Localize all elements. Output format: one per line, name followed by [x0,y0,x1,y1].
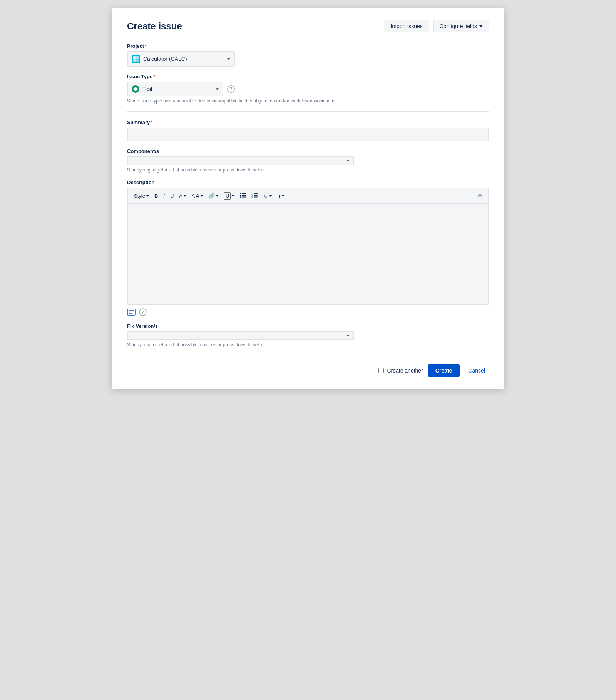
project-value: Calculator (CALC) [143,56,224,62]
svg-text:?: ? [141,310,144,315]
svg-rect-3 [133,59,136,62]
svg-point-9 [240,195,241,196]
toolbar-underline-button[interactable]: U [168,191,176,200]
toolbar-unordered-list-button[interactable] [238,191,248,201]
svg-point-6 [134,87,137,91]
svg-point-7 [240,193,241,194]
create-another-wrapper: Create another [378,368,423,374]
svg-text:3.: 3. [251,196,253,198]
svg-rect-4 [136,59,139,62]
toolbar-format-button[interactable]: U [222,191,237,201]
issue-type-label: Issue Type* [127,74,489,79]
svg-rect-0 [132,55,140,63]
svg-rect-1 [133,56,136,59]
components-select[interactable] [127,156,354,165]
modal-header: Create issue Import issues Configure fie… [127,20,489,32]
cancel-button[interactable]: Cancel [464,364,489,377]
description-text-icon[interactable] [127,308,136,316]
format-chevron-icon [231,195,234,197]
toolbar-color-button[interactable]: A [177,191,189,200]
project-label: Project* [127,43,489,49]
summary-input[interactable] [127,128,489,141]
unordered-list-icon [240,193,246,199]
svg-rect-8 [242,193,246,194]
create-issue-modal: Create issue Import issues Configure fie… [112,8,504,389]
issue-type-field-group: Issue Type* Test ? Some issue types are … [127,74,489,104]
form-footer: Create another Create Cancel [127,358,489,377]
style-chevron-icon [146,195,149,197]
divider [127,111,489,112]
project-select[interactable]: Calculator (CALC) [127,51,235,67]
toolbar-style-label: Style [134,193,145,199]
import-issues-button[interactable]: Import issues [384,20,429,32]
issue-type-value: Test [142,86,213,92]
create-button[interactable]: Create [428,364,460,377]
description-help-icon[interactable]: ? [139,308,147,316]
project-icon [132,55,140,63]
toolbar-text-size-button[interactable]: AA [189,191,206,201]
toolbar-text-size-large: A [196,193,199,199]
project-field-group: Project* Calculator (CALC) [127,43,489,67]
components-field-group: Component/s Start typing to get a list o… [127,148,489,173]
page-title: Create issue [127,21,182,32]
issue-type-wrapper: Test ? [127,82,235,96]
issue-type-hint: Some issue types are unavailable due to … [127,98,489,104]
toolbar-bold-button[interactable]: B [152,191,160,200]
issue-type-caret-icon [216,88,219,90]
description-label: Description [127,180,489,185]
svg-rect-14 [254,193,258,194]
toolbar-collapse-button[interactable] [476,191,484,200]
chevron-down-icon [479,25,482,27]
color-chevron-icon [183,195,186,197]
project-required-star: * [145,43,147,49]
toolbar-format-icon: U [224,192,231,200]
summary-required-star: * [151,119,152,125]
svg-point-11 [240,196,241,198]
create-another-checkbox[interactable] [378,368,384,373]
plus-chevron-icon [281,195,285,197]
issue-type-required-star: * [153,74,155,79]
plus-icon: + [278,193,281,199]
emoji-chevron-icon [269,195,272,197]
fix-versions-caret-icon [346,335,350,337]
description-footer: ? [127,308,489,316]
description-field-group: Description Style B I U [127,180,489,316]
svg-rect-10 [242,195,246,196]
toolbar-color-label: A [179,193,182,199]
components-caret-icon [346,160,350,162]
configure-fields-button[interactable]: Configure fields [433,20,489,32]
project-caret-icon [227,58,230,60]
issue-type-icon [132,85,139,93]
editor-toolbar: Style B I U A AA [128,188,488,204]
editor-outer: Style B I U A AA [127,188,489,305]
fix-versions-label: Fix Version/s [127,323,489,329]
description-editor-body[interactable] [128,204,488,304]
fix-versions-hint: Start typing to get a list of possible m… [127,342,489,347]
svg-rect-16 [254,195,258,196]
svg-rect-2 [136,56,139,59]
create-another-label[interactable]: Create another [387,368,423,374]
text-size-chevron-icon [200,195,203,197]
link-chevron-icon [216,195,219,197]
components-hint: Start typing to get a list of possible m… [127,167,489,173]
editor-wrapper: Style B I U A AA [127,188,489,305]
toolbar-emoji-button[interactable]: ☺ [261,191,274,200]
toolbar-style-button[interactable]: Style [132,191,151,200]
emoji-icon: ☺ [263,193,268,199]
issue-type-select[interactable]: Test [127,82,223,96]
configure-fields-label: Configure fields [440,23,477,29]
header-buttons: Import issues Configure fields [384,20,489,32]
toolbar-text-size-small: A [192,193,195,199]
toolbar-ordered-list-button[interactable]: 1. 2. 3. [249,191,260,201]
fix-versions-select[interactable] [127,331,354,340]
toolbar-plus-button[interactable]: + [275,191,287,201]
components-label: Component/s [127,148,489,154]
issue-type-help-icon[interactable]: ? [227,85,235,93]
toolbar-italic-button[interactable]: I [161,191,167,200]
summary-field-group: Summary* [127,119,489,141]
toolbar-link-icon: 🔗 [209,193,215,199]
summary-label: Summary* [127,119,489,125]
svg-rect-18 [254,197,258,198]
toolbar-link-button[interactable]: 🔗 [206,191,221,200]
fix-versions-field-group: Fix Version/s Start typing to get a list… [127,323,489,347]
